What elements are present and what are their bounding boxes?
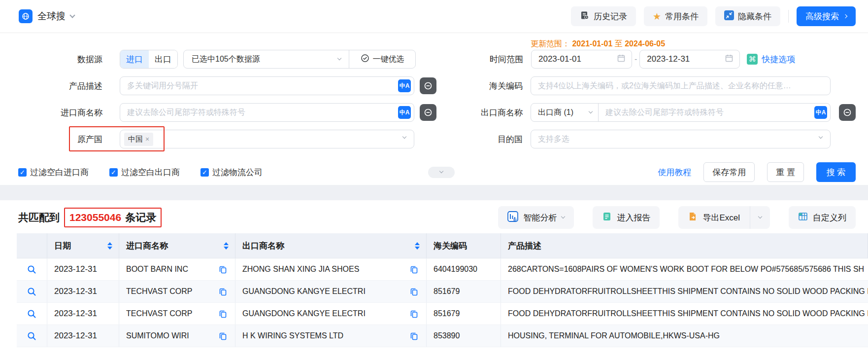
cell-date: 2023-12-31 [47,258,119,280]
chevron-down-icon [758,215,762,218]
collapse-icon [724,10,734,23]
datasource-select[interactable]: 已选中105个数据源 [184,54,349,65]
importer-input[interactable] [120,108,414,117]
hide-conditions-button[interactable]: 隐藏条件 [715,6,780,26]
translate-icon[interactable]: 中A [398,106,411,119]
tab-import[interactable]: 进口 [120,50,149,68]
one-click-optimize-button[interactable]: 一键优选 [349,50,415,68]
cell-hscode: 851679 [427,303,501,325]
row-detail-search-icon[interactable] [17,281,47,302]
update-range-end: 2024-06-05 [625,39,665,48]
exporter-type-select[interactable]: 出口商 (1) [531,104,599,121]
tab-export[interactable]: 出口 [149,50,177,68]
column-header-detail [17,233,47,258]
column-header-date[interactable]: 日期 [47,233,119,258]
copy-icon[interactable] [410,310,418,318]
results-header: 共匹配到 123055046 条记录 BI 智能分析 [0,206,868,229]
cell-hscode: 6404199030 [427,258,501,280]
filter-empty-importer[interactable]: ✓ 过滤空白进口商 [18,167,89,178]
row-detail-search-icon[interactable] [17,258,47,280]
quick-options-button[interactable]: ⌘ 快捷选项 [747,54,795,65]
column-header-exporter[interactable]: 出口商名称 [235,233,427,258]
history-button[interactable]: 历史记录 [571,6,636,26]
save-common-button[interactable]: 保存常用 [703,162,755,182]
globe-logo-icon [19,9,33,23]
export-excel-button[interactable]: 导出Excel [678,206,770,229]
brand[interactable]: 全球搜 [19,9,74,23]
checkbox-checked-icon[interactable]: ✓ [200,168,209,177]
tutorial-link[interactable]: 使用教程 [658,167,691,178]
divider [788,10,789,23]
copy-icon[interactable] [219,288,227,296]
checkbox-checked-icon[interactable]: ✓ [109,168,118,177]
results-table: 日期 进口商名称 出口商名称 海关编码 产品描述 2023-12- [17,233,868,347]
customize-columns-button[interactable]: 自定义列 [789,206,856,229]
column-header-importer[interactable]: 进口商名称 [119,233,235,258]
section-divider [0,185,868,200]
copy-icon[interactable] [410,332,418,340]
cell-importer: TECHVAST CORP [119,281,235,302]
results-section: 共匹配到 123055046 条记录 BI 智能分析 [0,206,868,347]
star-icon: ★ [653,12,661,21]
row-product-hscode: 产品描述 中A 海关编码 [0,76,868,95]
annotation-box-count: 123055046 条记录 [64,208,162,227]
cell-hscode: 851679 [427,281,501,302]
row-detail-search-icon[interactable] [17,303,47,325]
copy-icon[interactable] [219,332,227,340]
search-button[interactable]: 搜 索 [816,162,856,182]
origin-country-select[interactable]: 中国 × [120,130,414,148]
sort-icon[interactable] [224,242,229,250]
copy-icon[interactable] [410,265,418,274]
app-title: 全球搜 [37,10,66,23]
cell-exporter: GUANGDONG KANGYE ELECTRI [235,281,427,302]
destination-select[interactable] [531,130,831,148]
hs-code-input[interactable] [531,81,830,90]
exclude-filter-icon[interactable] [839,104,856,121]
report-icon [602,212,612,224]
sort-icon[interactable] [107,242,112,250]
filter-empty-exporter[interactable]: ✓ 过滤空白出口商 [109,167,180,178]
chevron-down-icon[interactable] [69,12,75,18]
date-end-input[interactable]: 2023-12-31 [639,50,740,69]
exclude-filter-icon[interactable] [420,104,436,121]
row-datasource: 数据源 进口 出口 已选中105个数据源 一键优选 时间范围 20 [0,50,868,69]
chevron-right-icon [843,14,847,18]
chevron-down-icon [439,169,443,173]
results-actions: BI 智能分析 进入报告 导出Excel [498,206,856,229]
export-options-button[interactable] [750,206,770,229]
excel-export-icon [688,212,698,224]
smart-analysis-button[interactable]: BI 智能分析 [498,206,574,229]
translate-icon[interactable]: 中A [814,106,827,119]
table-header: 日期 进口商名称 出口商名称 海关编码 产品描述 [17,233,868,258]
copy-icon[interactable] [219,310,227,318]
chevron-down-icon [589,109,593,113]
remove-tag-icon[interactable]: × [145,135,149,143]
row-origin-destination: 原产国 中国 × 目的国 [0,130,868,148]
translate-icon[interactable]: 中A [398,79,411,92]
copy-icon[interactable] [410,288,418,296]
favorites-button[interactable]: ★ 常用条件 [644,6,707,26]
row-detail-search-icon[interactable] [17,325,47,347]
column-header-hscode: 海关编码 [427,233,501,258]
cell-product: FOOD DEHYDRATORFRUITROLLSHEETTHIS SHIPME… [501,303,868,325]
row-filters: ✓ 过滤空白进口商 ✓ 过滤空白出口商 ✓ 过滤物流公司 使用教程 保存常用 重… [0,162,868,182]
checkbox-checked-icon[interactable]: ✓ [18,168,27,177]
exclude-filter-icon[interactable] [420,77,436,94]
row-importer-exporter: 进口商名称 中A 出口商名称 出口商 (1) 中A [0,103,868,122]
cell-importer: SUMITOMO WIRI [119,325,235,347]
datasource-tabs: 进口 出口 [120,50,178,69]
filter-logistics[interactable]: ✓ 过滤物流公司 [200,167,263,178]
advanced-search-button[interactable]: 高级搜索 [797,6,856,26]
product-desc-input[interactable] [120,81,414,90]
copy-icon[interactable] [219,265,227,274]
exporter-input[interactable] [599,108,830,117]
expand-conditions-button[interactable] [428,167,455,178]
chevron-down-icon [337,56,341,60]
destination-input[interactable] [531,135,830,144]
enter-report-button[interactable]: 进入报告 [593,206,660,229]
reset-button[interactable]: 重 置 [767,162,804,182]
importer-label: 进口商名称 [0,107,120,118]
date-start-input[interactable]: 2023-01-01 [531,50,632,69]
sort-icon[interactable] [415,242,420,250]
cell-hscode: 853890 [427,325,501,347]
